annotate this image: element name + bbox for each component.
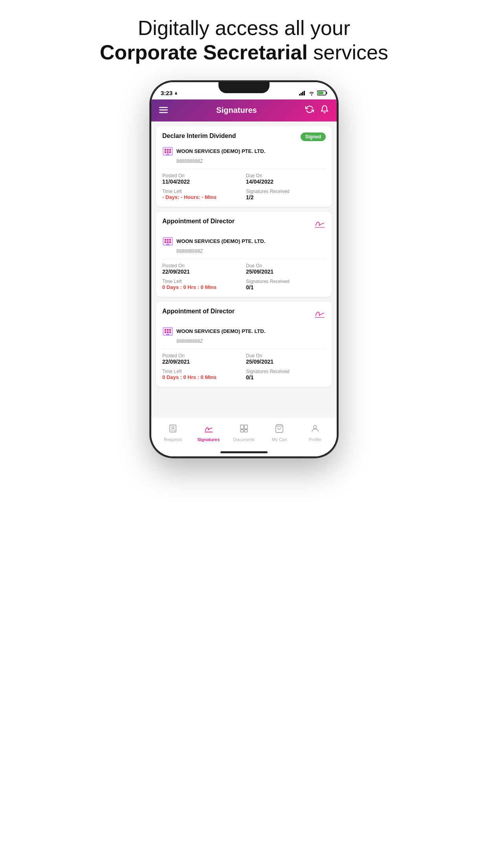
card1-company-row: WOON SERVICES (DEMO) PTE. LTD. (162, 146, 326, 157)
app-content: Declare Interim Dividend Signed (151, 121, 337, 417)
nav-label-mycart: My Cart (272, 437, 287, 442)
card2-company-id: 888888888Z (176, 248, 326, 254)
card2-divider (162, 259, 326, 259)
headline-line2: Corporate Secretarial services (100, 40, 388, 64)
svg-rect-26 (166, 244, 169, 245)
card3-company-name: WOON SERVICES (DEMO) PTE. LTD. (176, 328, 265, 334)
status-time: 3:23 (161, 90, 178, 96)
card3-sig-received: Signatures Received 0/1 (246, 369, 326, 381)
svg-rect-44 (244, 430, 248, 432)
card2-company-name: WOON SERVICES (DEMO) PTE. LTD. (176, 238, 265, 244)
nav-label-profile: Profile (309, 437, 321, 442)
card3-company-row: WOON SERVICES (DEMO) PTE. LTD. (162, 326, 326, 337)
card3-due: Due On 25/09/2021 (246, 353, 326, 365)
svg-rect-1 (301, 93, 302, 96)
app-header: Signatures (151, 99, 337, 121)
card2-sig-received: Signatures Received 0/1 (246, 279, 326, 291)
svg-rect-42 (244, 425, 248, 429)
svg-rect-41 (240, 425, 244, 429)
signature-card-1[interactable]: Declare Interim Dividend Signed (156, 126, 332, 207)
signatures-icon (204, 424, 213, 436)
svg-rect-0 (299, 94, 300, 96)
home-bar (220, 451, 268, 453)
company-icon (162, 146, 173, 157)
location-icon (174, 91, 178, 95)
svg-rect-22 (169, 239, 171, 241)
wifi-icon (308, 91, 315, 96)
status-icons (299, 90, 327, 96)
card1-due: Due On 14/04/2022 (246, 173, 326, 185)
svg-rect-12 (167, 149, 169, 151)
refresh-icon[interactable] (305, 105, 314, 116)
card2-time-left: Time Left 0 Days : 0 Hrs : 0 Mins (162, 279, 242, 291)
svg-rect-29 (165, 329, 166, 331)
svg-rect-7 (159, 107, 168, 108)
card2-sign-icon (313, 218, 326, 231)
card1-title: Declare Interim Dividend (162, 132, 236, 140)
header-actions (305, 105, 329, 116)
svg-rect-2 (302, 92, 303, 96)
svg-rect-8 (159, 109, 168, 110)
svg-rect-13 (169, 149, 171, 151)
card2-posted: Posted On 22/09/2021 (162, 263, 242, 275)
svg-rect-32 (165, 331, 166, 333)
nav-item-requests[interactable]: Requests (155, 424, 191, 442)
header-title: Signatures (216, 106, 257, 115)
menu-icon[interactable] (159, 105, 168, 116)
signature-card-2[interactable]: Appointment of Director (156, 211, 332, 297)
svg-rect-21 (167, 239, 169, 241)
svg-rect-15 (167, 151, 169, 153)
nav-item-profile[interactable]: Profile (297, 424, 333, 442)
bottom-nav: Requests Signatures (151, 417, 337, 449)
svg-rect-17 (166, 154, 169, 155)
company-icon-3 (162, 326, 173, 337)
profile-icon (310, 424, 320, 436)
card2-company-row: WOON SERVICES (DEMO) PTE. LTD. (162, 236, 326, 247)
card1-company-name: WOON SERVICES (DEMO) PTE. LTD. (176, 148, 265, 154)
headline-line1: Digitally access all your (100, 16, 388, 40)
card1-company-id: 888888888Z (176, 158, 326, 164)
svg-rect-23 (165, 241, 166, 243)
requests-icon (168, 424, 178, 436)
card1-status-badge: Signed (301, 132, 326, 141)
card1-time-left: Time Left - Days: - Hours: - Mins (162, 189, 242, 200)
bell-icon[interactable] (320, 105, 329, 116)
nav-label-signatures: Signatures (197, 437, 220, 442)
svg-point-46 (314, 425, 317, 428)
svg-rect-34 (169, 331, 171, 333)
signature-card-3[interactable]: Appointment of Director (156, 302, 332, 387)
nav-label-documents: Documents (233, 437, 255, 442)
svg-rect-6 (318, 92, 323, 94)
nav-item-signatures[interactable]: Signatures (191, 424, 226, 442)
svg-rect-31 (169, 329, 171, 331)
card3-title: Appointment of Director (162, 308, 235, 315)
signal-icon (299, 91, 306, 96)
card1-sig-received: Signatures Received 1/2 (246, 189, 326, 200)
svg-rect-9 (159, 112, 168, 113)
phone-frame: 3:23 (150, 81, 338, 458)
svg-rect-20 (165, 239, 166, 241)
svg-rect-33 (167, 331, 169, 333)
nav-label-requests: Requests (164, 437, 182, 442)
svg-rect-30 (167, 329, 169, 331)
notch (218, 82, 270, 93)
mycart-icon (275, 424, 284, 436)
svg-rect-35 (166, 334, 169, 335)
svg-rect-24 (167, 241, 169, 243)
card2-title: Appointment of Director (162, 218, 235, 225)
card3-posted: Posted On 22/09/2021 (162, 353, 242, 365)
battery-icon (317, 90, 327, 96)
svg-rect-3 (304, 91, 305, 96)
headline: Digitally access all your Corporate Secr… (100, 16, 388, 65)
svg-rect-16 (169, 151, 171, 153)
svg-rect-25 (169, 241, 171, 243)
headline-normal: services (313, 41, 388, 64)
card1-posted: Posted On 11/04/2022 (162, 173, 242, 185)
nav-item-mycart[interactable]: My Cart (262, 424, 297, 442)
company-icon-2 (162, 236, 173, 247)
svg-rect-43 (240, 430, 244, 432)
card3-divider (162, 349, 326, 349)
documents-icon (239, 424, 249, 436)
nav-item-documents[interactable]: Documents (226, 424, 262, 442)
card1-divider (162, 169, 326, 169)
